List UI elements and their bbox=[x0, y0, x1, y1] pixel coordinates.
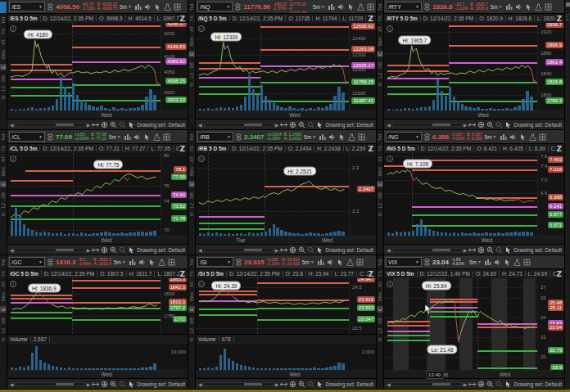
timeframe-select[interactable]: 5m▼ bbox=[120, 4, 132, 10]
studies-grid-icon[interactable] bbox=[168, 259, 175, 266]
speaker-icon[interactable] bbox=[328, 133, 336, 141]
scroll-left-icon[interactable]: ◀ bbox=[387, 122, 391, 128]
zoom-in-icon[interactable] bbox=[298, 381, 305, 388]
gadget-tab[interactable]: C bbox=[188, 181, 195, 187]
scrollbar[interactable] bbox=[16, 382, 85, 386]
gadget-tab[interactable]: DB bbox=[0, 318, 7, 324]
gadget-tab[interactable]: Bkrs bbox=[0, 292, 7, 301]
gadget-tab[interactable]: Bkrs bbox=[377, 167, 383, 176]
gadget-tab[interactable]: Bkrs bbox=[188, 37, 195, 46]
chart-body[interactable]: i Hi: 7.105 7.67.4937.47.2167.06.66.3986… bbox=[384, 153, 564, 236]
scrollbar[interactable] bbox=[392, 382, 462, 386]
gadget-strip[interactable]: TrdTSATBkrsCDBL2N bbox=[188, 255, 196, 389]
flask-icon[interactable] bbox=[346, 259, 354, 266]
cursor-icon[interactable] bbox=[148, 259, 156, 266]
studies-grid-icon[interactable] bbox=[545, 3, 552, 11]
gadget-tab[interactable]: L2 bbox=[0, 86, 7, 91]
gadget-tab[interactable]: TS bbox=[0, 29, 7, 34]
drawing-cursor-icon[interactable] bbox=[128, 246, 135, 254]
zoom-out-icon[interactable] bbox=[119, 246, 126, 254]
drawing-set-label[interactable]: Drawing set: Default bbox=[137, 247, 185, 253]
scrollbar[interactable] bbox=[204, 382, 274, 386]
gadget-tab[interactable]: AT bbox=[377, 282, 383, 287]
price-axis[interactable]: 24.94724.523.91523.50323.04722.5 bbox=[349, 278, 376, 334]
crosshair-zoom-icon[interactable] bbox=[101, 381, 108, 388]
snap-icon[interactable]: Z bbox=[368, 15, 376, 23]
drawing-set-label[interactable]: Drawing set: Default bbox=[137, 122, 185, 128]
gadget-strip[interactable]: TrdTSATBkrsCDBL2N bbox=[0, 0, 7, 129]
gadget-tab[interactable]: AT bbox=[0, 39, 7, 45]
gadget-tab[interactable]: Trd bbox=[377, 259, 383, 266]
chart-body[interactable]: i Hi: 25.84Lo: 21.46 272625.4825.112423.… bbox=[384, 278, 564, 370]
gadget-tab[interactable]: Trd bbox=[0, 134, 7, 141]
timeframe-select[interactable]: 5m▼ bbox=[491, 4, 503, 10]
pattern-icon[interactable] bbox=[134, 3, 142, 11]
drawing-cursor-icon[interactable] bbox=[504, 381, 512, 388]
gadget-tab[interactable]: Trd bbox=[377, 134, 383, 141]
scroll-right-icon[interactable]: ▶ bbox=[87, 122, 91, 128]
scroll-left-icon[interactable]: ◀ bbox=[10, 381, 14, 387]
gadget-tab[interactable]: Trd bbox=[377, 4, 383, 11]
gadget-tab[interactable]: L2 bbox=[188, 328, 195, 333]
link-icon[interactable] bbox=[235, 3, 241, 11]
scroll-right-icon[interactable]: ▶ bbox=[275, 381, 279, 387]
gadget-tab[interactable]: DB bbox=[188, 62, 195, 69]
scrollbar[interactable] bbox=[16, 123, 85, 127]
pan-icon[interactable] bbox=[468, 121, 476, 128]
snap-icon[interactable]: Z bbox=[556, 145, 564, 153]
cursor-icon[interactable] bbox=[519, 133, 527, 141]
drawing-set-label[interactable]: Drawing set: Default bbox=[513, 247, 562, 253]
studies-grid-icon[interactable] bbox=[523, 259, 531, 266]
gadget-tab[interactable]: TS bbox=[377, 146, 383, 151]
gadget-tab[interactable]: AT bbox=[188, 156, 195, 162]
gadget-tab[interactable]: Trd bbox=[0, 17, 7, 24]
chart-body[interactable]: i Hi: 24.39 24.94724.523.91523.50323.047… bbox=[196, 278, 376, 334]
pan-icon[interactable] bbox=[92, 381, 99, 388]
cursor-icon[interactable] bbox=[347, 3, 355, 11]
zoom-in-icon[interactable] bbox=[486, 121, 494, 128]
scroll-right-icon[interactable]: ▶ bbox=[275, 247, 279, 253]
gadget-tab[interactable]: Bkrs bbox=[0, 167, 7, 176]
chart-plot[interactable]: i Hi: 1905.7 bbox=[384, 23, 537, 110]
time-axis[interactable]: TueWed bbox=[196, 236, 376, 244]
crosshair-zoom-icon[interactable] bbox=[289, 121, 296, 128]
scrollbar-thumb[interactable] bbox=[244, 383, 262, 385]
scroll-left-icon[interactable]: ◀ bbox=[198, 381, 202, 387]
scroll-right-icon[interactable]: ▶ bbox=[464, 381, 468, 387]
zoom-out-icon[interactable] bbox=[119, 381, 126, 388]
zoom-out-icon[interactable] bbox=[119, 121, 126, 128]
pattern-icon[interactable] bbox=[500, 133, 507, 141]
gadget-strip[interactable]: TrdTSATBkrsCDBL2N bbox=[0, 130, 7, 255]
gadget-tab[interactable]: N bbox=[377, 338, 383, 341]
zoom-in-icon[interactable] bbox=[486, 246, 494, 254]
drawing-cursor-icon[interactable] bbox=[316, 381, 323, 388]
timeframe-select[interactable]: 5m▼ bbox=[469, 259, 482, 265]
scroll-left-icon[interactable]: ◀ bbox=[10, 247, 14, 253]
chart-plot[interactable]: i Hi: 25.84Lo: 21.46 bbox=[384, 278, 537, 370]
price-axis[interactable]: 1865.31842.318201810.31797.217801772 bbox=[161, 278, 188, 334]
gadget-tab[interactable]: L2 bbox=[377, 203, 383, 208]
symbol-input[interactable]: /GC ▼ bbox=[9, 257, 45, 267]
pattern-icon[interactable] bbox=[328, 3, 335, 11]
flask-icon[interactable] bbox=[164, 3, 171, 11]
gadget-tab[interactable]: C bbox=[377, 306, 383, 313]
scrollbar-thumb[interactable] bbox=[56, 249, 74, 251]
gadget-tab[interactable]: DB bbox=[0, 192, 7, 199]
gadget-strip[interactable]: TrdTSATBkrsCDBL2N bbox=[0, 255, 7, 389]
gadget-tab[interactable]: TS bbox=[188, 271, 195, 277]
gadget-tab[interactable]: C bbox=[188, 51, 195, 57]
grid-apps-icon[interactable] bbox=[566, 2, 570, 7]
price-axis[interactable]: 1936.719201896.918801861.418401826.81800… bbox=[537, 23, 564, 110]
pattern-icon[interactable] bbox=[124, 133, 131, 141]
scrollbar-thumb[interactable] bbox=[432, 124, 450, 126]
price-axis[interactable]: 7.67.4937.47.2167.06.66.3986.1415.8775.5… bbox=[537, 153, 564, 236]
gadget-tab[interactable]: Bkrs bbox=[188, 167, 195, 176]
cursor-icon[interactable] bbox=[338, 133, 346, 141]
gadget-tab[interactable]: C bbox=[0, 64, 7, 70]
symbol-input[interactable]: /ES ▼ bbox=[9, 2, 45, 11]
studies-grid-icon[interactable] bbox=[356, 259, 364, 266]
time-axis[interactable]: Wed bbox=[7, 370, 188, 378]
volume-pane[interactable]: 2,000 bbox=[196, 343, 376, 370]
gadget-tab[interactable]: AT bbox=[188, 26, 195, 32]
time-axis[interactable]: Wed bbox=[7, 110, 188, 119]
